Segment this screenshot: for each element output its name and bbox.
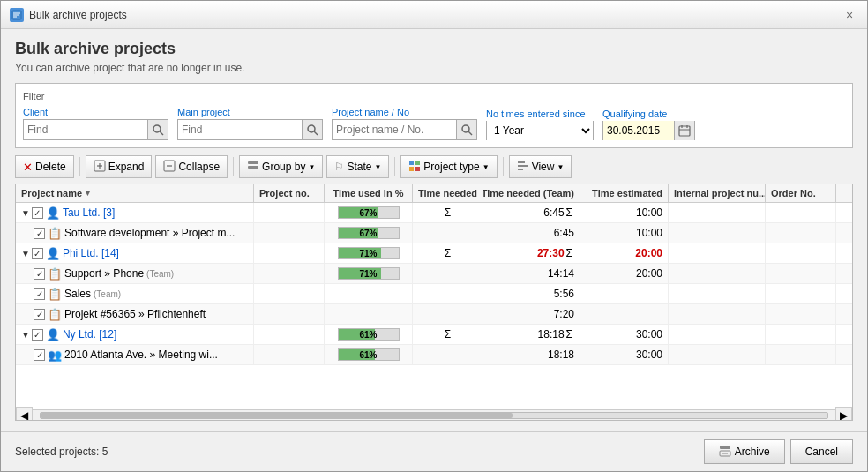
group-by-button[interactable]: Group by ▼ (239, 155, 323, 178)
progress-bar-wrap: 71% (338, 247, 400, 259)
row-internalprojno (669, 284, 766, 303)
filter-label: Filter (23, 91, 845, 101)
main-project-input[interactable] (178, 120, 302, 139)
client-search-button[interactable] (147, 120, 168, 139)
project-type-button[interactable]: Project type ▼ (400, 155, 497, 178)
row-checkbox[interactable]: ✓ (32, 329, 43, 341)
team-tag: (Team) (94, 289, 121, 299)
row-checkbox[interactable]: ✓ (32, 207, 43, 219)
project-type-arrow: ▼ (483, 163, 490, 171)
delete-icon: ✕ (23, 161, 33, 174)
client-label: Client (23, 107, 168, 117)
row-timeused: 61% (325, 345, 413, 364)
row-timeneeded (413, 223, 483, 243)
row-internalprojno (669, 345, 766, 364)
delete-button[interactable]: ✕ Delete (15, 155, 74, 178)
row-name-text: 2010 Atlanta Ave. » Meeting wi... (64, 348, 218, 361)
time-needed-team-value: 18:18 (538, 328, 565, 341)
client-icon: 👤 (46, 328, 60, 341)
row-checkbox[interactable]: ✓ (34, 268, 45, 280)
row-orderno (766, 304, 836, 324)
client-input[interactable] (24, 120, 147, 139)
col-header-name[interactable]: Project name ▼ (16, 184, 254, 202)
qualifying-date-input[interactable] (603, 121, 674, 140)
sigma-icon: Σ (566, 247, 572, 259)
scrollbar-track[interactable] (40, 412, 828, 419)
row-timeneeded: Σ (413, 243, 483, 263)
row-checkbox[interactable]: ✓ (34, 309, 45, 320)
filter-section: Filter Client Main project (15, 83, 853, 148)
row-projno (254, 345, 325, 364)
state-arrow: ▼ (374, 163, 381, 171)
scroll-right-button[interactable]: ▶ (835, 407, 852, 422)
main-project-search-button[interactable] (302, 120, 322, 139)
row-checkbox[interactable]: ✓ (34, 349, 45, 361)
row-timeused: 67% (325, 203, 413, 222)
cancel-button[interactable]: Cancel (790, 439, 853, 464)
no-times-select[interactable]: 6 Months 1 Year 2 Years 3 Years (487, 121, 593, 140)
selected-projects-text: Selected projects: 5 (15, 446, 108, 458)
row-timeestimated (580, 284, 669, 303)
title-bar-text: Bulk archive projects (29, 9, 835, 21)
table-header: Project name ▼ Project no. Time used in … (16, 184, 852, 203)
time-needed-team-value: 6:45 (554, 227, 574, 239)
row-timeestimated: 20:00 (580, 243, 669, 263)
view-icon (517, 160, 529, 175)
sigma-icon: Σ (445, 206, 451, 219)
row-timeneededteam: 27:30 Σ (483, 243, 580, 263)
row-checkbox[interactable]: ✓ (34, 288, 45, 300)
archive-button[interactable]: Archive (704, 439, 785, 464)
time-estimated-value: 10:00 (636, 206, 662, 219)
calendar-button[interactable] (674, 121, 694, 140)
time-needed-team-value: 6:45 (543, 206, 564, 219)
no-times-filter-group: No times entered since 6 Months 1 Year 2… (486, 109, 594, 140)
title-bar: Bulk archive projects × (1, 1, 867, 29)
svg-rect-25 (720, 446, 730, 449)
row-name-text: Projekt #56365 » Pflichtenheft (64, 308, 206, 320)
row-timeused (325, 304, 413, 324)
scroll-left-button[interactable]: ◀ (16, 407, 33, 422)
progress-label: 61% (339, 329, 399, 341)
row-orderno (766, 223, 836, 243)
row-checkbox[interactable]: ✓ (34, 228, 45, 239)
expand-toggle[interactable]: ▼ (21, 208, 30, 218)
state-button[interactable]: ⚐ State ▼ (326, 155, 389, 178)
state-icon: ⚐ (334, 161, 344, 173)
time-estimated-value: 20:00 (636, 267, 662, 280)
project-name-input[interactable] (333, 120, 456, 139)
time-needed-team-value: 27:30 (537, 247, 565, 259)
main-content: Bulk archive projects You can archive pr… (1, 29, 867, 431)
row-checkbox[interactable]: ✓ (32, 248, 43, 259)
row-name: ▼ ✓ 👤 Tau Ltd. [3] (16, 203, 254, 222)
time-needed-team-value: 5:56 (554, 288, 574, 300)
expand-toggle[interactable]: ▼ (21, 330, 30, 340)
row-timeneededteam: 7:20 (483, 304, 580, 324)
sigma-icon: Σ (445, 328, 451, 341)
progress-bar-wrap: 67% (338, 227, 400, 239)
table-row: ✓ 👥 2010 Atlanta Ave. » Meeting wi... 61… (16, 345, 852, 365)
row-timeestimated: 20:00 (580, 264, 669, 283)
close-button[interactable]: × (841, 6, 858, 24)
table-body: ▼ ✓ 👤 Tau Ltd. [3] 67% Σ (16, 203, 852, 409)
horizontal-scrollbar[interactable]: ◀ ▶ (16, 409, 852, 420)
calendar-icon (678, 124, 691, 137)
row-projno (254, 223, 325, 243)
footer: Selected projects: 5 Archive Cancel (1, 431, 867, 471)
sigma-icon: Σ (566, 206, 572, 219)
row-timeused: 61% (325, 325, 413, 344)
time-needed-team-value: 18:18 (548, 348, 574, 361)
collapse-button[interactable]: Collapse (155, 155, 228, 178)
expand-icon (94, 160, 106, 175)
row-internalprojno (669, 223, 766, 243)
expand-toggle[interactable]: ▼ (21, 249, 30, 258)
expand-button[interactable]: Expand (86, 155, 153, 178)
projects-table: Project name ▼ Project no. Time used in … (15, 184, 853, 421)
row-internalprojno (669, 264, 766, 283)
row-projno (254, 264, 325, 283)
collapse-icon (163, 160, 176, 175)
view-button[interactable]: View ▼ (509, 155, 572, 178)
svg-line-2 (160, 131, 163, 135)
project-name-search-button[interactable] (456, 120, 476, 139)
scrollbar-thumb[interactable] (41, 413, 513, 418)
time-needed-team-value: 7:20 (554, 308, 574, 320)
